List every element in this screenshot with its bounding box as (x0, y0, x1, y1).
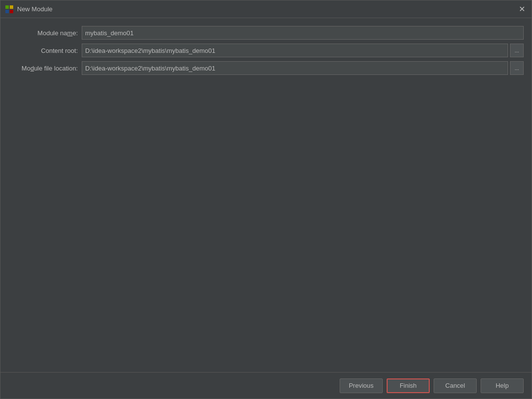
content-root-input-wrapper: ... (82, 44, 524, 57)
content-root-label: Content root: (8, 47, 82, 54)
module-file-input-wrapper: ... (82, 61, 524, 75)
module-name-input[interactable] (82, 26, 524, 40)
form-content: Module name: Content root: ... Module fi… (0, 18, 532, 372)
svg-rect-3 (10, 10, 13, 13)
previous-button[interactable]: Previous (340, 378, 383, 393)
svg-rect-0 (5, 5, 9, 9)
content-root-browse-button[interactable]: ... (510, 44, 524, 57)
module-icon (5, 5, 13, 13)
content-spacer (8, 79, 524, 364)
close-button[interactable]: ✕ (517, 4, 527, 14)
new-module-dialog: New Module ✕ Module name: Content root: … (0, 0, 532, 399)
cancel-button[interactable]: Cancel (434, 378, 477, 393)
title-bar-left: New Module (5, 5, 52, 13)
finish-button[interactable]: Finish (387, 378, 430, 393)
module-file-input[interactable] (82, 61, 508, 75)
svg-rect-1 (10, 5, 13, 9)
svg-rect-2 (5, 10, 9, 13)
help-button[interactable]: Help (481, 378, 524, 393)
module-name-label: Module name: (8, 29, 82, 37)
module-file-browse-button[interactable]: ... (510, 61, 524, 75)
title-bar: New Module ✕ (0, 0, 532, 18)
footer: Previous Finish Cancel Help (0, 372, 532, 399)
module-name-row: Module name: (8, 26, 524, 40)
module-file-label: Module file location: (8, 65, 82, 72)
content-root-row: Content root: ... (8, 44, 524, 57)
content-root-input[interactable] (82, 44, 508, 57)
module-file-row: Module file location: ... (8, 61, 524, 75)
module-name-input-wrapper (82, 26, 524, 40)
dialog-title: New Module (17, 5, 52, 13)
